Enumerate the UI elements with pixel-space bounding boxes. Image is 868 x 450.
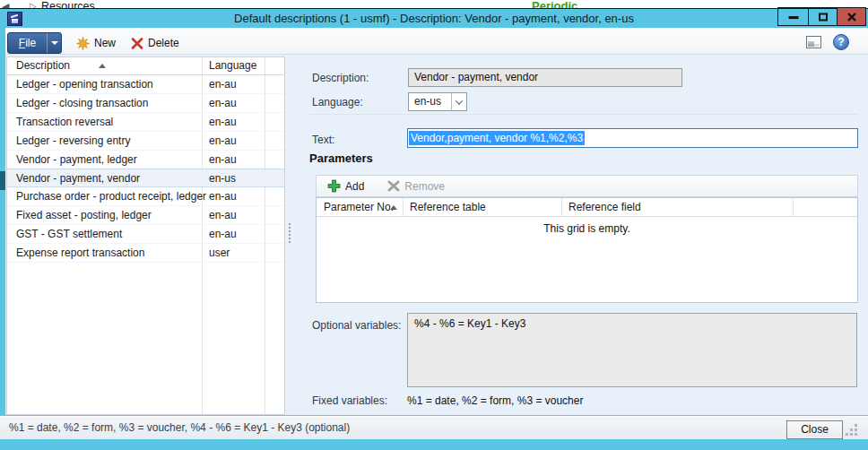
- cell-description: GST - GST settlement: [16, 225, 122, 244]
- delete-button-label: Delete: [148, 37, 179, 49]
- list-item[interactable]: Ledger - opening transactionen-au: [7, 75, 284, 94]
- column-header-reference-table[interactable]: Reference table: [410, 198, 486, 216]
- text-field[interactable]: Vendor,payment, vendor %1,%2,%3: [407, 128, 858, 148]
- column-header-parameter-no[interactable]: Parameter No.: [324, 198, 394, 216]
- list-item[interactable]: Transaction reversalen-au: [7, 113, 284, 132]
- description-field[interactable]: Vendor - payment, vendor: [408, 68, 682, 87]
- cell-language: en-au: [209, 132, 237, 151]
- fixed-variables-value: %1 = date, %2 = form, %3 = voucher: [407, 394, 583, 407]
- description-field-label: Description:: [312, 72, 369, 84]
- list-item[interactable]: Vendor - payment, ledgeren-au: [7, 151, 284, 169]
- minimize-button[interactable]: [778, 8, 808, 25]
- cell-description: Fixed asset - posting, ledger: [16, 206, 152, 225]
- add-button-label: Add: [345, 180, 364, 193]
- toolbar: File New Delete ?: [0, 28, 868, 55]
- cell-language: en-au: [209, 113, 237, 132]
- window-title: Default descriptions (1 - usmf) - Descri…: [0, 9, 868, 28]
- cell-description: Ledger - opening transaction: [16, 75, 153, 94]
- description-list-body: Ledger - opening transactionen-auLedger …: [7, 75, 284, 414]
- help-icon[interactable]: ?: [833, 34, 849, 50]
- file-menu-button[interactable]: File: [7, 32, 62, 54]
- status-text: %1 = date, %2 = form, %3 = voucher, %4 -…: [9, 416, 350, 439]
- cell-language: en-au: [209, 225, 237, 244]
- screen: ◀ ▷ Resources Periodic Default descripti…: [0, 0, 868, 450]
- language-select[interactable]: en-us: [408, 92, 467, 111]
- resize-grip[interactable]: [855, 433, 857, 436]
- remove-button[interactable]: Remove: [387, 180, 445, 193]
- window-left-border: [0, 28, 5, 415]
- selected-row-marker: [0, 171, 5, 190]
- cell-description: Ledger - closing transaction: [16, 94, 148, 113]
- list-item[interactable]: Expense report transactionuser: [7, 244, 284, 263]
- close-button[interactable]: Close: [786, 420, 843, 439]
- cell-description: Vendor - payment, ledger: [16, 151, 137, 169]
- cell-description: Purchase order - product receipt, ledger: [16, 187, 206, 206]
- remove-button-label: Remove: [404, 180, 445, 193]
- list-item[interactable]: Vendor - payment, vendoren-us: [7, 169, 284, 187]
- description-list: Description Language Ledger - opening tr…: [6, 56, 285, 415]
- column-header-description[interactable]: Description: [16, 57, 106, 74]
- grid-empty-message: This grid is empty.: [317, 222, 857, 235]
- section-divider: [309, 114, 858, 115]
- new-star-icon: [76, 37, 90, 50]
- column-divider: [561, 198, 562, 217]
- language-field-label: Language:: [312, 96, 363, 108]
- cell-language: en-au: [209, 187, 237, 206]
- minimize-icon: [788, 16, 798, 19]
- close-window-button[interactable]: [837, 8, 865, 25]
- cell-description: Vendor - payment, vendor: [16, 169, 140, 188]
- column-divider: [793, 198, 794, 217]
- new-button[interactable]: New: [76, 33, 116, 53]
- column-header-reference-field[interactable]: Reference field: [569, 198, 641, 216]
- maximize-icon: [819, 13, 828, 21]
- list-item[interactable]: Ledger - closing transactionen-au: [7, 94, 284, 113]
- parameters-grid: Parameter No. Reference table Reference …: [316, 197, 858, 303]
- delete-x-icon: [131, 38, 143, 49]
- parameters-grid-header: Parameter No. Reference table Reference …: [317, 198, 857, 217]
- cell-description: Transaction reversal: [16, 113, 113, 132]
- selected-text: Vendor,payment, vendor %1,%2,%3: [409, 131, 585, 145]
- layout-panes-icon[interactable]: [806, 36, 821, 48]
- fixed-variables-label: Fixed variables:: [312, 394, 387, 407]
- cell-language: en-au: [209, 206, 237, 225]
- list-item[interactable]: Purchase order - product receipt, ledger…: [7, 187, 284, 206]
- file-menu-caret: [47, 33, 61, 53]
- chevron-down-icon: [456, 97, 463, 104]
- column-divider: [403, 198, 404, 217]
- cell-description: Ledger - reversing entry: [16, 132, 130, 151]
- delete-button[interactable]: Delete: [131, 33, 179, 53]
- language-select-value: en-us: [409, 93, 451, 110]
- optional-variables-field[interactable]: %4 - %6 = Key1 - Key3: [407, 313, 857, 387]
- language-dropdown-button[interactable]: [451, 93, 466, 110]
- optional-variables-label: Optional variables:: [312, 319, 401, 332]
- maximize-button[interactable]: [808, 8, 837, 25]
- parameters-toolbar: Add Remove: [316, 175, 858, 197]
- cell-language: en-au: [209, 75, 237, 94]
- list-item[interactable]: GST - GST settlementen-au: [7, 225, 284, 244]
- caption-buttons: [777, 7, 866, 26]
- sort-ascending-icon: [390, 205, 397, 210]
- close-icon: [846, 12, 856, 22]
- splitter-handle[interactable]: [289, 223, 291, 243]
- status-bar: %1 = date, %2 = form, %3 = voucher, %4 -…: [0, 415, 868, 439]
- cell-language: en-au: [209, 151, 237, 169]
- remove-x-icon: [387, 180, 400, 192]
- sort-ascending-icon: [99, 64, 106, 68]
- column-header-language[interactable]: Language: [209, 57, 256, 74]
- window-bottom-border: [0, 439, 868, 450]
- new-button-label: New: [94, 37, 116, 49]
- cell-language: user: [209, 244, 230, 263]
- cell-language: en-us: [209, 169, 236, 188]
- add-button[interactable]: Add: [327, 179, 364, 193]
- text-field-label: Text:: [312, 134, 334, 146]
- column-divider: [202, 57, 203, 74]
- parameters-heading: Parameters: [309, 151, 373, 165]
- list-item[interactable]: Fixed asset - posting, ledgeren-au: [7, 206, 284, 225]
- list-item[interactable]: Ledger - reversing entryen-au: [7, 132, 284, 151]
- add-plus-icon: [327, 179, 341, 193]
- cell-language: en-au: [209, 94, 237, 113]
- title-bar: Default descriptions (1 - usmf) - Descri…: [0, 8, 868, 28]
- file-menu-label: File: [8, 37, 47, 49]
- chevron-down-icon: [51, 41, 58, 45]
- description-list-header: Description Language: [7, 57, 284, 75]
